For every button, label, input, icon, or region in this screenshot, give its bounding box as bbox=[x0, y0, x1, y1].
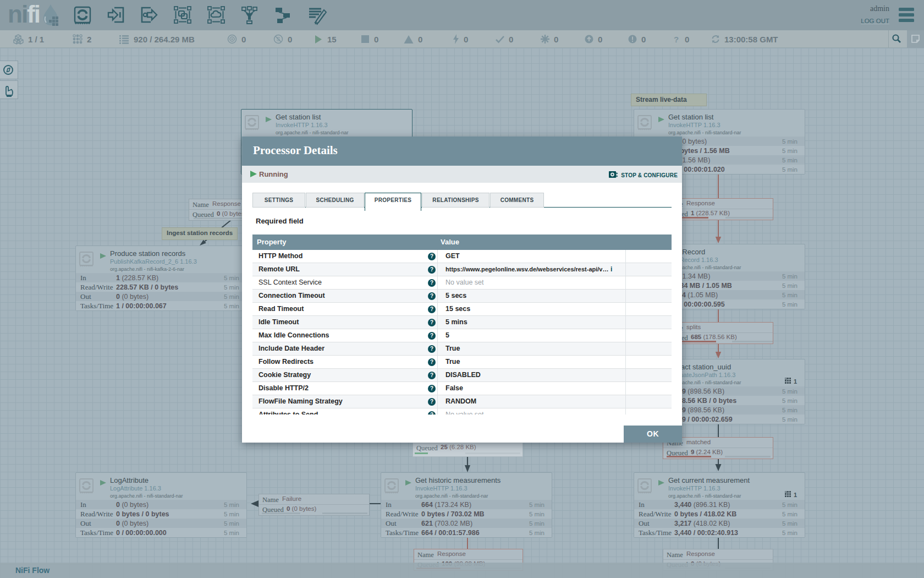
svg-text:?: ? bbox=[674, 35, 679, 43]
